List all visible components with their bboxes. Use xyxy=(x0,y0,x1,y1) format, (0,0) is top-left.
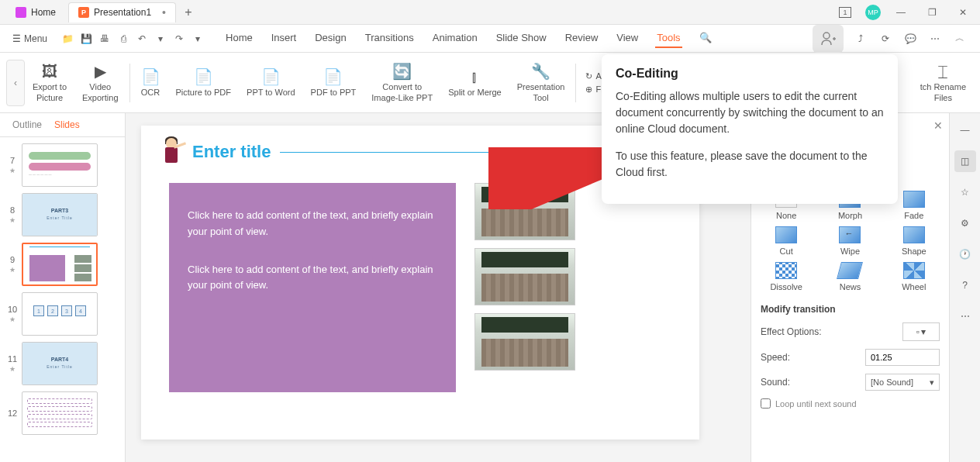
save-icon[interactable]: 💾 xyxy=(78,31,94,47)
loop-checkbox[interactable]: Loop until next sound xyxy=(761,398,940,409)
menu-view[interactable]: View xyxy=(615,29,640,48)
thumb-8[interactable]: PART3 Enter Title xyxy=(22,193,98,236)
right-toolbar: — ◫ ☆ ⚙ 🕐 ? ⋯ xyxy=(949,113,980,462)
slide-title[interactable]: Enter title xyxy=(192,142,271,162)
close-button[interactable]: ✕ xyxy=(952,2,974,23)
transition-wipe[interactable]: ←Wipe xyxy=(824,226,875,256)
thumb-number: 11 xyxy=(8,354,17,364)
collapse-panel-icon[interactable]: — xyxy=(954,119,976,141)
collapse-ribbon-icon[interactable]: ︿ xyxy=(952,31,968,47)
more-icon[interactable]: ⋯ xyxy=(927,31,943,47)
menu-review[interactable]: Review xyxy=(564,29,600,48)
refresh-icon[interactable]: ⟳ xyxy=(878,31,893,47)
thumb-number: 10 xyxy=(8,305,17,314)
undo-dropdown-icon[interactable]: ▾ xyxy=(153,31,168,47)
content-box[interactable]: Click here to add content of the text, a… xyxy=(169,183,456,392)
avatar[interactable]: MP xyxy=(865,5,881,20)
speed-input[interactable] xyxy=(865,349,940,366)
picture-to-pdf-button[interactable]: 📄 Picture to PDF xyxy=(168,64,240,101)
sound-dropdown[interactable]: [No Sound]▾ xyxy=(865,374,940,391)
pdf-to-ppt-button[interactable]: 📄 PDF to PPT xyxy=(303,64,364,101)
thumbnail-list[interactable]: 7★ — — — — — — 8★ PART3 Enter Title 9★ xyxy=(0,137,125,462)
thumb-11[interactable]: PART4 Enter Title xyxy=(22,342,98,385)
video-exporting-button[interactable]: ▶ Video Exporting xyxy=(74,59,126,105)
star-icon[interactable]: ☆ xyxy=(954,181,976,203)
transition-shape[interactable]: Shape xyxy=(889,226,940,256)
chat-icon[interactable]: 💬 xyxy=(902,31,918,47)
thumb-row[interactable]: 8★ PART3 Enter Title xyxy=(6,193,119,236)
transition-dissolve[interactable]: Dissolve xyxy=(761,262,812,291)
search-icon[interactable]: 🔍 xyxy=(698,29,713,48)
settings-icon[interactable]: ⚙ xyxy=(954,212,976,234)
loop-check[interactable] xyxy=(761,398,771,409)
ribbon-scroll-left[interactable]: ‹ xyxy=(6,60,25,106)
open-icon[interactable]: 📁 xyxy=(60,31,75,47)
tooltip-title: Co-Editing xyxy=(616,67,884,81)
thumb-10[interactable]: 1234 xyxy=(22,292,98,336)
help-icon[interactable]: ? xyxy=(954,274,976,296)
transition-news[interactable]: News xyxy=(824,262,875,291)
pdf-icon: 📄 xyxy=(194,67,213,86)
minimize-button[interactable]: — xyxy=(890,2,912,23)
batch-rename-button[interactable]: ⌶ tch Rename Files xyxy=(913,59,974,105)
document-tab-label: Presentation1 xyxy=(94,7,151,18)
share-icon[interactable]: ⤴ xyxy=(853,31,868,47)
menu-button[interactable]: ☰ Menu xyxy=(6,30,53,47)
redo-dropdown-icon[interactable]: ▾ xyxy=(190,31,205,47)
sound-label: Sound: xyxy=(761,377,790,388)
transition-cut[interactable]: Cut xyxy=(761,226,812,256)
panel-close-icon[interactable]: ✕ xyxy=(933,119,943,132)
red-arrow-annotation xyxy=(488,147,605,209)
backup-icon: ↻ xyxy=(585,71,592,81)
convert-imagelike-button[interactable]: 🔄 Convert to Image-Like PPT xyxy=(364,59,440,105)
presentation-tool-button[interactable]: 🔧 Presentation Tool xyxy=(509,59,573,105)
transition-wheel[interactable]: Wheel xyxy=(889,262,940,291)
export-picture-button[interactable]: 🖼 Export to Picture xyxy=(25,59,74,105)
thumb-row[interactable]: 9★ xyxy=(6,243,119,286)
paragraph-2: Click here to add content of the text, a… xyxy=(188,262,437,295)
ocr-button[interactable]: 📄 OCR xyxy=(133,64,168,101)
thumb-12[interactable] xyxy=(22,391,98,435)
thumb-row[interactable]: 12 xyxy=(6,391,119,435)
classroom-photo-2[interactable] xyxy=(474,248,575,305)
classroom-photo-3[interactable] xyxy=(474,313,575,371)
undo-icon[interactable]: ↶ xyxy=(134,31,150,47)
convert-imagelike-label: Convert to Image-Like PPT xyxy=(371,82,433,102)
transitions-icon[interactable]: ◫ xyxy=(954,150,976,172)
more-options-icon[interactable]: ⋯ xyxy=(954,305,976,327)
thumb-9[interactable] xyxy=(22,243,98,286)
effect-options-label: Effect Options: xyxy=(761,326,822,337)
home-tab[interactable]: Home xyxy=(6,2,65,22)
menu-design[interactable]: Design xyxy=(313,29,347,48)
maximize-button[interactable]: ❐ xyxy=(921,2,943,23)
history-icon[interactable]: 🕐 xyxy=(954,243,976,265)
modify-transition-heading: Modify transition xyxy=(761,304,940,315)
menu-home[interactable]: Home xyxy=(224,29,254,48)
repair-icon: ⊕ xyxy=(585,84,592,95)
thumb-row[interactable]: 7★ — — — — — — xyxy=(6,143,119,187)
redo-icon[interactable]: ↷ xyxy=(171,31,187,47)
effect-options-dropdown[interactable]: ▫▾ xyxy=(902,322,940,341)
menu-slideshow[interactable]: Slide Show xyxy=(495,29,548,48)
coedit-button[interactable] xyxy=(813,25,844,53)
menu-transitions[interactable]: Transitions xyxy=(364,29,416,48)
batch-rename-label: tch Rename Files xyxy=(920,82,966,102)
counter-icon[interactable]: 1 xyxy=(834,2,856,23)
svg-point-2 xyxy=(823,33,830,39)
outline-tab[interactable]: Outline xyxy=(12,119,42,130)
ocr-icon: 📄 xyxy=(141,67,160,86)
menu-tools[interactable]: Tools xyxy=(655,29,682,48)
menu-animation[interactable]: Animation xyxy=(431,29,479,48)
thumb-7[interactable]: — — — — — — xyxy=(22,143,98,187)
document-tab[interactable]: P Presentation1 • xyxy=(68,2,176,22)
chevron-down-icon: ▾ xyxy=(921,326,926,337)
slides-tab[interactable]: Slides xyxy=(54,119,80,130)
thumb-row[interactable]: 11★ PART4 Enter Title xyxy=(6,342,119,385)
ppt-to-word-button[interactable]: 📄 PPT to Word xyxy=(239,64,303,101)
split-merge-button[interactable]: ⫿ Split or Merge xyxy=(440,64,509,101)
preview-icon[interactable]: ⎙ xyxy=(116,31,131,47)
menu-insert[interactable]: Insert xyxy=(270,29,298,48)
print-icon[interactable]: 🖶 xyxy=(97,31,112,47)
new-tab-button[interactable]: + xyxy=(179,3,198,22)
thumb-row[interactable]: 10★ 1234 xyxy=(6,292,119,336)
